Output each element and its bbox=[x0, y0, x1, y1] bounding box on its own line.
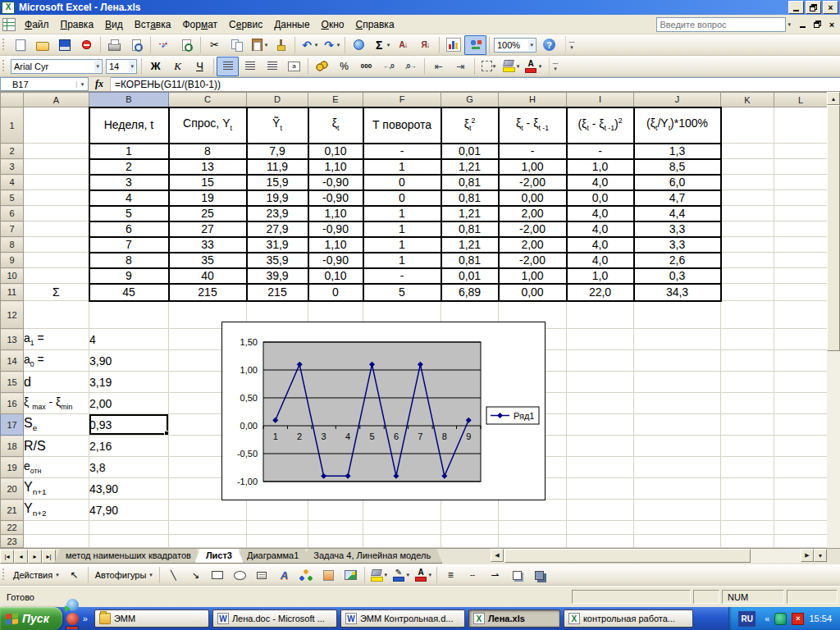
grid-cell[interactable] bbox=[721, 478, 774, 500]
grid-cell[interactable]: 3,90 bbox=[89, 350, 169, 372]
workbook-minimize-button[interactable] bbox=[796, 19, 809, 30]
grid-cell[interactable] bbox=[89, 521, 169, 535]
grid-cell[interactable] bbox=[634, 350, 721, 372]
grid-cell[interactable]: 5 bbox=[363, 284, 441, 301]
drawing-button[interactable] bbox=[464, 35, 486, 55]
grid-cell[interactable] bbox=[721, 144, 774, 159]
grid-cell[interactable]: 0,0 bbox=[567, 190, 634, 206]
save-button[interactable] bbox=[53, 35, 75, 55]
grid-cell[interactable] bbox=[499, 521, 567, 535]
grid-cell[interactable] bbox=[24, 144, 89, 159]
grid-cell[interactable]: 15 bbox=[169, 175, 247, 190]
select-button[interactable]: ↖ bbox=[63, 565, 85, 585]
grid-cell[interactable] bbox=[774, 190, 828, 206]
column-header-G[interactable]: G bbox=[441, 93, 499, 107]
grid-cell[interactable] bbox=[774, 159, 828, 175]
grid-cell[interactable] bbox=[774, 535, 828, 548]
grid-cell[interactable]: 1,3 bbox=[634, 144, 721, 159]
decrease-decimal-button[interactable]: ,0→ bbox=[399, 57, 422, 76]
toolbar-grip[interactable] bbox=[2, 567, 6, 583]
grid-cell[interactable]: Yn+2 bbox=[24, 500, 89, 521]
grid-cell[interactable] bbox=[634, 329, 721, 350]
research-button[interactable] bbox=[176, 35, 198, 55]
grid-cell[interactable] bbox=[567, 372, 634, 393]
grid-cell[interactable] bbox=[774, 478, 828, 500]
grid-cell[interactable]: 13 bbox=[169, 159, 247, 175]
column-header-H[interactable]: H bbox=[499, 93, 567, 107]
grid-cell[interactable] bbox=[774, 436, 828, 457]
grid-cell[interactable] bbox=[721, 500, 774, 521]
font-name-combo[interactable]: Arial Cyr▾ bbox=[11, 59, 103, 74]
row-header-16[interactable]: 16 bbox=[1, 393, 24, 414]
row-header-6[interactable]: 6 bbox=[1, 206, 24, 221]
grid-cell[interactable] bbox=[567, 521, 634, 535]
grid-cell[interactable] bbox=[721, 372, 774, 393]
grid-cell[interactable]: 2,16 bbox=[89, 436, 169, 457]
sort-ascending-button[interactable]: А↓ bbox=[392, 35, 414, 55]
grid-cell[interactable] bbox=[24, 535, 89, 548]
grid-cell[interactable]: 4,0 bbox=[567, 175, 634, 190]
scroll-up-icon[interactable]: ▲ bbox=[827, 92, 840, 105]
grid-cell[interactable]: a0 = bbox=[24, 350, 89, 372]
select-all-corner[interactable] bbox=[1, 93, 24, 107]
row-header-22[interactable]: 22 bbox=[1, 521, 24, 535]
grid-cell[interactable]: 1 bbox=[363, 159, 441, 175]
grid-cell[interactable] bbox=[774, 457, 828, 478]
grid-cell[interactable] bbox=[441, 500, 499, 521]
clip-art-button[interactable] bbox=[317, 565, 340, 585]
grid-cell[interactable] bbox=[774, 144, 828, 159]
column-header-K[interactable]: K bbox=[721, 93, 774, 107]
autoshapes-menu-button[interactable]: Автофигуры▾ bbox=[91, 568, 157, 582]
grid-cell[interactable] bbox=[721, 175, 774, 190]
alert-tray-icon[interactable]: × bbox=[792, 613, 804, 625]
grid-cell[interactable]: 1 bbox=[89, 144, 169, 159]
menu-item[interactable]: Вставка bbox=[129, 16, 177, 34]
row-header-13[interactable]: 13 bbox=[1, 329, 24, 350]
align-center-button[interactable] bbox=[239, 57, 261, 76]
rectangle-button[interactable] bbox=[207, 565, 229, 585]
insert-function-button[interactable]: fx bbox=[89, 77, 111, 91]
grid-cell[interactable]: 6,0 bbox=[634, 175, 721, 190]
undo-button[interactable]: ↶▾ bbox=[298, 35, 320, 55]
column-header-C[interactable]: C bbox=[169, 93, 247, 107]
column-header-D[interactable]: D bbox=[247, 93, 308, 107]
grid-cell[interactable] bbox=[774, 350, 828, 372]
autosum-button[interactable]: Σ▾ bbox=[370, 35, 392, 55]
grid-cell[interactable] bbox=[634, 414, 721, 436]
grid-cell[interactable]: Yn+1 bbox=[24, 478, 89, 500]
grid-cell[interactable] bbox=[774, 237, 828, 253]
opera-browser-icon[interactable] bbox=[66, 612, 80, 626]
grid-cell[interactable] bbox=[169, 535, 247, 548]
grid-cell[interactable] bbox=[567, 478, 634, 500]
arrow-style-button[interactable]: ⇀ bbox=[484, 565, 506, 585]
grid-cell[interactable] bbox=[24, 159, 89, 175]
grid-cell[interactable]: 0 bbox=[308, 284, 363, 301]
grid-cell[interactable]: 47,90 bbox=[89, 500, 169, 521]
column-header-J[interactable]: J bbox=[634, 93, 721, 107]
quick-launch-overflow-icon[interactable]: » bbox=[83, 614, 88, 623]
grid-cell[interactable]: 2,00 bbox=[89, 393, 169, 414]
grid-cell[interactable]: 1,21 bbox=[441, 237, 499, 253]
align-left-button[interactable] bbox=[217, 57, 239, 76]
menu-item[interactable]: Формат bbox=[176, 16, 223, 34]
grid-cell[interactable]: 1,10 bbox=[308, 159, 363, 175]
grid-cell[interactable] bbox=[567, 350, 634, 372]
grid-cell[interactable] bbox=[247, 521, 308, 535]
help-button[interactable]: ? bbox=[538, 35, 560, 55]
grid-cell[interactable] bbox=[774, 253, 828, 268]
row-header-7[interactable]: 7 bbox=[1, 221, 24, 237]
percent-button[interactable]: % bbox=[333, 57, 355, 76]
tray-collapse-icon[interactable]: « bbox=[765, 614, 769, 623]
grid-cell[interactable]: 8,5 bbox=[634, 159, 721, 175]
row-header-5[interactable]: 5 bbox=[1, 190, 24, 206]
scroll-left-icon[interactable]: ◀ bbox=[491, 549, 504, 562]
grid-cell[interactable] bbox=[774, 329, 828, 350]
grid-cell[interactable]: 5 bbox=[89, 206, 169, 221]
grid-cell[interactable] bbox=[774, 521, 828, 535]
grid-cell[interactable]: Ỹt bbox=[247, 107, 308, 144]
grid-cell[interactable] bbox=[721, 107, 774, 144]
grid-cell[interactable]: - bbox=[499, 144, 567, 159]
sheet-tab[interactable]: Диаграмма1 bbox=[235, 549, 310, 564]
grid-cell[interactable] bbox=[499, 500, 567, 521]
grid-cell[interactable] bbox=[24, 237, 89, 253]
